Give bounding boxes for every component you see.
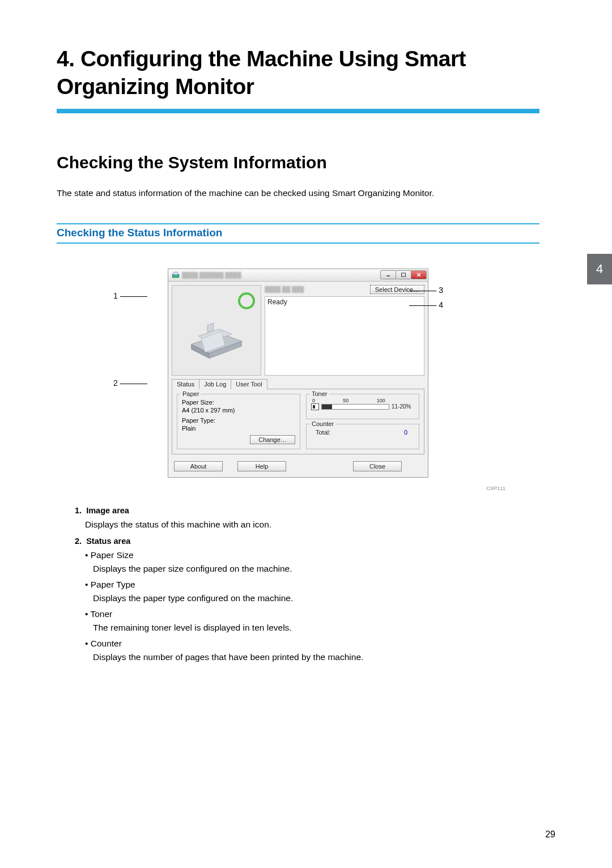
help-button[interactable]: Help xyxy=(237,461,286,471)
bullet-desc: The remaining toner level is displayed i… xyxy=(93,623,539,633)
page-number: 29 xyxy=(545,829,555,840)
printer-icon xyxy=(185,315,248,360)
image-area xyxy=(172,285,261,376)
change-button[interactable]: Change… xyxy=(250,435,295,444)
bullet-desc: Displays the paper size configured on th… xyxy=(93,564,539,574)
minimize-button[interactable] xyxy=(380,270,396,279)
callout-3: 3 xyxy=(439,286,443,295)
section-title: Checking the System Information xyxy=(57,153,539,172)
toner-percent: 11-20% xyxy=(392,403,414,410)
toner-scale-100: 100 xyxy=(377,398,385,403)
section-intro: The state and status information of the … xyxy=(57,188,539,198)
window-title-blurred: ████ ██████ ████ xyxy=(182,272,241,278)
list-item-1-heading: 1. Image area xyxy=(75,506,539,515)
paper-size-value: A4 (210 x 297 mm) xyxy=(182,407,295,414)
close-dialog-button[interactable]: Close xyxy=(353,461,402,471)
subsection-rule xyxy=(57,242,539,244)
tab-status[interactable]: Status xyxy=(172,379,199,389)
toner-icon xyxy=(311,403,319,410)
tab-usertool[interactable]: User Tool xyxy=(231,379,267,389)
figure-caption: CXP111 xyxy=(57,486,539,491)
callout-4: 4 xyxy=(439,300,443,309)
paper-fieldset: Paper Paper Size: A4 (210 x 297 mm) Pape… xyxy=(177,394,300,449)
counter-legend: Counter xyxy=(310,420,335,427)
bullet-desc: Displays the paper type configured on th… xyxy=(93,593,539,603)
counter-value: 0 xyxy=(404,429,407,436)
paper-size-label: Paper Size: xyxy=(182,399,295,406)
toner-fieldset: Toner 0 50 100 11-20% xyxy=(306,394,419,419)
toner-scale-0: 0 xyxy=(312,398,315,403)
chapter-title: 4. Configuring the Machine Using Smart O… xyxy=(57,45,539,101)
paper-type-value: Plain xyxy=(182,425,295,432)
toner-legend: Toner xyxy=(310,390,329,397)
svg-marker-10 xyxy=(207,323,214,332)
status-panel: Paper Paper Size: A4 (210 x 297 mm) Pape… xyxy=(172,389,424,454)
bullet-desc: Displays the number of pages that have b… xyxy=(93,652,539,662)
chapter-rule xyxy=(57,109,539,113)
callout-line xyxy=(409,305,436,306)
about-button[interactable]: About xyxy=(174,461,223,471)
select-device-button[interactable]: Select Device… xyxy=(370,285,424,294)
app-window: ████ ██████ ████ xyxy=(168,269,428,478)
toner-scale-50: 50 xyxy=(343,398,348,403)
list-item-2-heading: 2. Status area xyxy=(75,537,539,546)
callout-line xyxy=(409,291,436,291)
device-name-blurred: ████ ██ ███ xyxy=(265,286,370,292)
svg-rect-1 xyxy=(173,272,178,275)
subsection-title: Checking the Status Information xyxy=(57,223,539,239)
paper-type-label: Paper Type: xyxy=(182,417,295,424)
bullet-title: Paper Size xyxy=(85,550,539,560)
list-item: Toner The remaining toner level is displ… xyxy=(85,609,539,633)
svg-rect-3 xyxy=(402,273,406,276)
counter-fieldset: Counter Total: 0 xyxy=(306,424,419,449)
tabs: Status Job Log User Tool xyxy=(172,379,424,389)
callout-1: 1 xyxy=(113,291,118,300)
list-item: Paper Type Displays the paper type confi… xyxy=(85,580,539,603)
status-message-box: Ready xyxy=(265,296,424,376)
callout-2: 2 xyxy=(113,378,118,388)
status-ok-icon xyxy=(238,292,255,309)
titlebar: ████ ██████ ████ xyxy=(168,269,428,282)
tab-joblog[interactable]: Job Log xyxy=(199,379,231,389)
callout-line xyxy=(120,384,147,384)
list-item: Paper Size Displays the paper size confi… xyxy=(85,550,539,574)
bullet-title: Paper Type xyxy=(85,580,539,590)
list-item-1-desc: Displays the status of this machine with… xyxy=(85,520,539,530)
bullet-title: Toner xyxy=(85,609,539,619)
list-item: Counter Displays the number of pages tha… xyxy=(85,639,539,662)
toner-bar xyxy=(321,404,389,410)
callout-line xyxy=(120,296,147,297)
counter-label: Total: xyxy=(316,429,330,436)
figure: 1 2 3 4 ████ ██████ ████ xyxy=(117,269,479,478)
close-button[interactable] xyxy=(411,270,427,279)
bullet-title: Counter xyxy=(85,639,539,649)
paper-legend: Paper xyxy=(181,390,201,397)
app-icon xyxy=(172,271,180,279)
maximize-button[interactable] xyxy=(396,270,411,279)
